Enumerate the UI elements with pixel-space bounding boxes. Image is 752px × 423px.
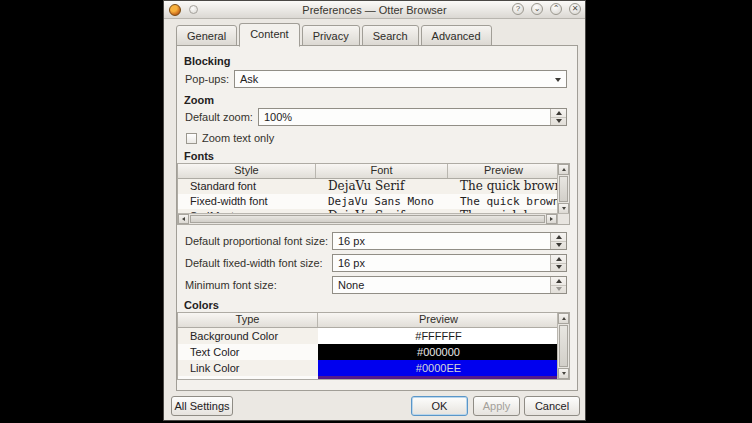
color-type-cell: Visited Link Color <box>178 376 318 380</box>
shade-button[interactable]: ⌄ <box>531 3 543 15</box>
color-type-cell: Background Color <box>178 328 318 344</box>
blocking-heading: Blocking <box>184 55 230 67</box>
fonts-table: Style Font Preview Standard font DejaVu … <box>177 163 570 225</box>
zoom-text-only-label: Zoom text only <box>202 132 274 144</box>
column-header-type[interactable]: Type <box>178 313 318 327</box>
table-row[interactable]: Link Color #0000EE <box>178 360 569 376</box>
fixed-size-spinner[interactable]: 16 px <box>332 254 567 272</box>
maximize-button[interactable]: ⌃ <box>550 3 562 15</box>
tab-content[interactable]: Content <box>239 23 300 47</box>
spin-down-button[interactable] <box>551 241 566 249</box>
titlebar[interactable]: Preferences — Otter Browser ? ⌄ ⌃ ✕ <box>164 1 585 19</box>
arrow-down-icon <box>556 243 562 247</box>
color-preview-cell: #FFFFFF <box>318 328 559 344</box>
table-row[interactable]: Fixed-width font DejaVu Sans Mono The qu… <box>178 194 569 209</box>
zoom-heading: Zoom <box>184 94 214 106</box>
color-preview-cell: #0000EE <box>318 360 559 376</box>
fixed-size-label: Default fixed-width font size: <box>185 257 323 269</box>
colors-table: Type Preview Background Color #FFFFFF Te… <box>177 312 570 380</box>
column-header-preview[interactable]: Preview <box>448 164 559 178</box>
minimum-size-label: Minimum font size: <box>185 279 277 291</box>
ok-button[interactable]: OK <box>411 396 468 416</box>
arrow-up-icon <box>556 257 562 261</box>
table-row[interactable]: Visited Link Color #551A8B <box>178 376 569 380</box>
fonts-vertical-scrollbar[interactable] <box>557 164 569 214</box>
colors-table-header: Type Preview <box>178 313 569 328</box>
tab-bar: General Content Privacy Search Advanced <box>176 23 494 46</box>
desktop: Preferences — Otter Browser ? ⌄ ⌃ ✕ Gene… <box>0 0 752 423</box>
apply-button[interactable]: Apply <box>473 396 520 416</box>
font-style-cell: Standard font <box>178 179 316 194</box>
spin-down-button[interactable] <box>551 263 566 271</box>
color-preview-cell: #551A8B <box>318 376 559 380</box>
scroll-down-button[interactable] <box>558 368 569 379</box>
close-icon: ✕ <box>572 4 579 13</box>
arrow-down-icon <box>556 265 562 269</box>
default-zoom-label: Default zoom: <box>185 111 253 123</box>
proportional-size-value: 16 px <box>338 235 365 247</box>
font-preview-cell: The quick brown <box>448 194 559 209</box>
scrollbar-thumb[interactable] <box>559 176 568 202</box>
tab-privacy[interactable]: Privacy <box>302 25 360 46</box>
column-header-style[interactable]: Style <box>178 164 316 178</box>
scroll-up-button[interactable] <box>558 313 569 324</box>
chevron-down-icon <box>555 78 561 82</box>
help-icon: ? <box>516 4 520 13</box>
font-name-cell: DejaVu Sans Mono <box>316 194 448 209</box>
zoom-text-only-checkbox[interactable] <box>186 133 197 144</box>
fixed-size-value: 16 px <box>338 257 365 269</box>
tab-general[interactable]: General <box>176 25 237 46</box>
font-name-cell: DejaVu Serif <box>316 179 448 194</box>
colors-vertical-scrollbar[interactable] <box>557 313 569 379</box>
cancel-button[interactable]: Cancel <box>524 396 580 416</box>
close-button[interactable]: ✕ <box>569 3 581 15</box>
default-zoom-spinner[interactable]: 100% <box>258 108 567 126</box>
arrow-up-icon <box>556 279 562 283</box>
table-row[interactable]: Background Color #FFFFFF <box>178 328 569 344</box>
maximize-icon: ⌃ <box>553 4 560 13</box>
arrow-up-icon <box>562 168 566 171</box>
fonts-heading: Fonts <box>184 150 214 162</box>
column-header-preview[interactable]: Preview <box>318 313 559 327</box>
arrow-down-icon <box>562 372 566 375</box>
preferences-dialog: Preferences — Otter Browser ? ⌄ ⌃ ✕ Gene… <box>163 0 586 421</box>
popups-combobox[interactable]: Ask <box>234 70 567 88</box>
arrow-left-icon <box>182 217 185 221</box>
arrow-up-icon <box>562 317 566 320</box>
arrow-down-icon <box>562 207 566 210</box>
font-preview-cell: The quick brown fo <box>448 179 559 194</box>
proportional-size-label: Default proportional font size: <box>185 235 328 247</box>
popups-label: Pop-ups: <box>185 73 229 85</box>
minimum-size-value: None <box>338 279 364 291</box>
fonts-table-header: Style Font Preview <box>178 164 569 179</box>
tab-search[interactable]: Search <box>362 25 419 46</box>
content-panel: Blocking Pop-ups: Ask Zoom Default zoom:… <box>176 45 578 391</box>
fonts-horizontal-scrollbar[interactable] <box>178 213 557 224</box>
proportional-size-spinner[interactable]: 16 px <box>332 232 567 250</box>
arrow-up-icon <box>556 111 562 115</box>
table-row[interactable]: Text Color #000000 <box>178 344 569 360</box>
column-header-font[interactable]: Font <box>316 164 448 178</box>
all-settings-button[interactable]: All Settings <box>171 396 233 416</box>
color-preview-cell: #000000 <box>318 344 559 360</box>
table-row[interactable]: Standard font DejaVu Serif The quick bro… <box>178 179 569 194</box>
scroll-left-button[interactable] <box>178 214 189 224</box>
scrollbar-thumb[interactable] <box>190 215 545 223</box>
arrow-up-icon <box>556 235 562 239</box>
spin-down-button[interactable] <box>551 117 566 125</box>
font-style-cell: Fixed-width font <box>178 194 316 209</box>
tab-advanced[interactable]: Advanced <box>421 25 492 46</box>
arrow-right-icon <box>550 217 553 221</box>
colors-heading: Colors <box>184 299 219 311</box>
scroll-right-button[interactable] <box>546 214 557 224</box>
scroll-up-button[interactable] <box>558 164 569 175</box>
color-type-cell: Link Color <box>178 360 318 376</box>
popups-value: Ask <box>240 73 258 85</box>
minimum-size-spinner[interactable]: None <box>332 276 567 294</box>
spin-down-button[interactable] <box>551 285 566 293</box>
shade-icon: ⌄ <box>534 4 541 13</box>
help-button[interactable]: ? <box>512 3 524 15</box>
default-zoom-value: 100% <box>264 111 292 123</box>
scrollbar-corner <box>557 213 569 224</box>
scrollbar-thumb[interactable] <box>559 325 568 367</box>
